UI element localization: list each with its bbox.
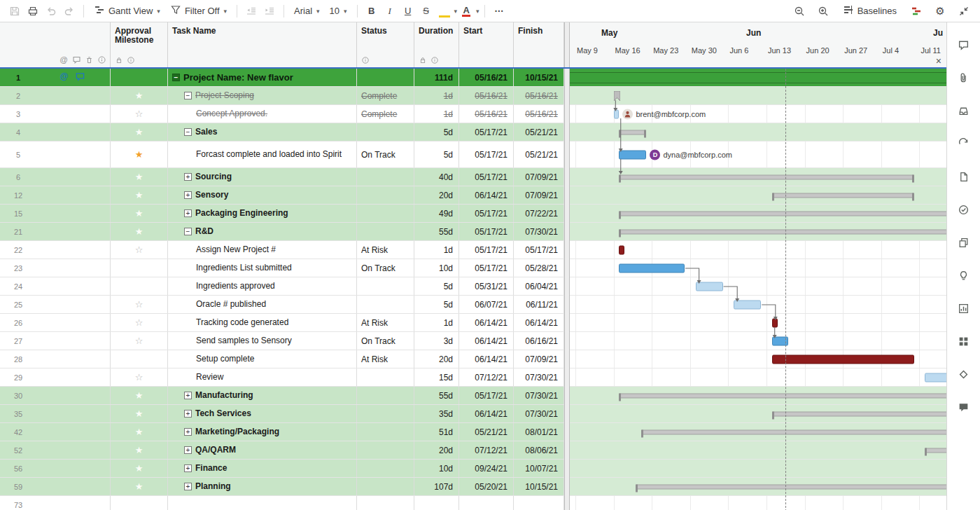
start-cell[interactable]: 05/17/21 xyxy=(459,223,514,240)
status-cell[interactable]: At Risk xyxy=(357,350,414,368)
star-icon[interactable]: ★ xyxy=(135,464,144,473)
baselines-button[interactable]: Baselines xyxy=(838,2,902,20)
gantt-bar-summary[interactable] xyxy=(641,429,946,434)
gantt-bar-tasklight[interactable] xyxy=(925,373,946,382)
finish-cell[interactable]: 10/15/21 xyxy=(514,478,564,495)
task-name-cell[interactable]: +Tech Services xyxy=(168,405,357,422)
status-cell[interactable]: At Risk xyxy=(357,314,414,331)
task-name-cell[interactable]: +Finance xyxy=(168,460,357,477)
star-icon[interactable]: ★ xyxy=(135,91,144,100)
gantt-bar-tasklight[interactable] xyxy=(614,109,620,118)
task-name-cell[interactable]: Review xyxy=(168,368,357,386)
charts-icon[interactable] xyxy=(958,303,970,315)
status-cell[interactable] xyxy=(357,168,414,186)
start-cell[interactable]: 05/17/21 xyxy=(459,241,514,259)
star-icon[interactable]: ★ xyxy=(135,482,144,491)
status-cell[interactable] xyxy=(357,496,414,510)
row-number[interactable]: 25 xyxy=(0,296,36,313)
star-icon[interactable]: ★ xyxy=(135,172,144,181)
approval-milestone-cell[interactable]: ☆ xyxy=(111,368,168,386)
status-cell[interactable] xyxy=(357,423,414,441)
duration-cell[interactable]: 20d xyxy=(414,186,459,204)
column-header-duration[interactable]: Duration xyxy=(414,22,459,67)
status-cell[interactable] xyxy=(357,123,414,141)
finish-cell[interactable]: 06/04/21 xyxy=(514,277,564,295)
underline-button[interactable]: U xyxy=(399,3,417,20)
finish-cell[interactable]: 05/16/21 xyxy=(514,105,564,123)
task-name-cell[interactable]: +Sensory xyxy=(168,186,357,204)
approval-milestone-cell[interactable]: ★ xyxy=(111,478,168,495)
start-cell[interactable]: 05/16/21 xyxy=(459,87,514,104)
row-number[interactable]: 35 xyxy=(0,405,36,422)
row-number[interactable]: 28 xyxy=(0,350,36,368)
gantt-bar-critical[interactable] xyxy=(772,354,914,364)
gantt-bar-task[interactable] xyxy=(619,263,685,273)
row-number[interactable]: 4 xyxy=(0,123,36,141)
row-number[interactable]: 73 xyxy=(0,496,36,510)
bold-button[interactable]: B xyxy=(363,3,381,20)
italic-button[interactable]: I xyxy=(381,3,399,20)
assignee-avatar[interactable]: D xyxy=(650,149,660,160)
finish-cell[interactable]: 05/28/21 xyxy=(514,259,564,277)
task-name-cell[interactable]: Oracle # published xyxy=(168,296,357,313)
star-icon[interactable]: ★ xyxy=(135,150,144,159)
chevron-down-icon[interactable]: ▾ xyxy=(476,8,479,15)
gantt-bar-summary[interactable] xyxy=(636,484,946,489)
star-icon[interactable]: ★ xyxy=(135,427,144,436)
task-name-cell[interactable]: −R&D xyxy=(168,223,357,240)
premium-apps-icon[interactable] xyxy=(958,368,970,381)
finish-cell[interactable]: 05/21/21 xyxy=(514,142,564,167)
update-requests-icon[interactable] xyxy=(958,138,970,151)
finish-cell[interactable]: 05/17/21 xyxy=(514,241,564,259)
approval-milestone-cell[interactable]: ★ xyxy=(111,423,168,441)
start-cell[interactable]: 05/20/21 xyxy=(459,478,514,495)
gantt-bar-summary[interactable] xyxy=(925,448,946,453)
comment-indicator-icon[interactable] xyxy=(75,71,85,84)
duration-cell[interactable]: 1d xyxy=(414,105,459,123)
star-icon[interactable]: ★ xyxy=(135,409,144,418)
task-name-cell[interactable]: +QA/QARM xyxy=(168,441,357,459)
copy-icon[interactable] xyxy=(958,237,970,249)
finish-cell[interactable]: 06/11/21 xyxy=(514,296,564,313)
status-cell[interactable] xyxy=(357,441,414,459)
gantt-bar-summary[interactable] xyxy=(772,411,946,416)
row-number[interactable]: 6 xyxy=(0,168,36,186)
finish-cell[interactable]: 10/15/21 xyxy=(514,69,564,86)
row-number[interactable]: 15 xyxy=(0,205,36,222)
star-icon[interactable]: ★ xyxy=(135,127,144,137)
task-name-cell[interactable] xyxy=(168,496,357,510)
approval-milestone-cell[interactable]: ☆ xyxy=(111,241,168,259)
expand-icon[interactable]: + xyxy=(184,428,192,436)
approval-milestone-cell[interactable] xyxy=(111,350,168,368)
row-number[interactable]: 26 xyxy=(0,314,36,331)
task-name-cell[interactable]: +Manufacturing xyxy=(168,387,357,404)
gantt-bar-tasklight[interactable] xyxy=(734,300,761,309)
expand-icon[interactable]: + xyxy=(184,209,192,217)
status-cell[interactable] xyxy=(357,368,414,386)
status-cell[interactable] xyxy=(357,69,414,86)
column-header-status[interactable]: Status xyxy=(357,22,414,67)
approval-milestone-cell[interactable] xyxy=(111,259,168,277)
fill-color-button[interactable] xyxy=(435,3,454,20)
row-number[interactable]: 59 xyxy=(0,478,36,495)
expand-icon[interactable]: + xyxy=(184,483,192,490)
email-indicator-icon[interactable]: @ xyxy=(59,71,69,84)
collapse-icon[interactable]: − xyxy=(184,128,192,136)
finish-cell[interactable]: 10/07/21 xyxy=(514,460,564,477)
column-header-finish[interactable]: Finish xyxy=(514,22,564,67)
status-cell[interactable] xyxy=(357,296,414,313)
task-name-cell[interactable]: +Planning xyxy=(168,478,357,495)
row-number[interactable]: 12 xyxy=(0,186,36,204)
gantt-bar-summary[interactable] xyxy=(619,130,646,135)
start-cell[interactable]: 06/14/21 xyxy=(459,314,514,331)
duration-cell[interactable]: 5d xyxy=(414,296,459,313)
gantt-bar-summary[interactable] xyxy=(619,393,946,398)
task-name-cell[interactable]: Ingredients approved xyxy=(168,277,357,295)
row-number[interactable]: 27 xyxy=(0,332,36,350)
column-header-start[interactable]: Start xyxy=(459,22,514,67)
star-icon[interactable]: ★ xyxy=(135,191,144,200)
duration-cell[interactable]: 5d xyxy=(414,123,459,141)
row-number[interactable]: 52 xyxy=(0,441,36,459)
status-cell[interactable] xyxy=(357,186,414,204)
gantt-bar-tasklight[interactable] xyxy=(696,282,723,291)
